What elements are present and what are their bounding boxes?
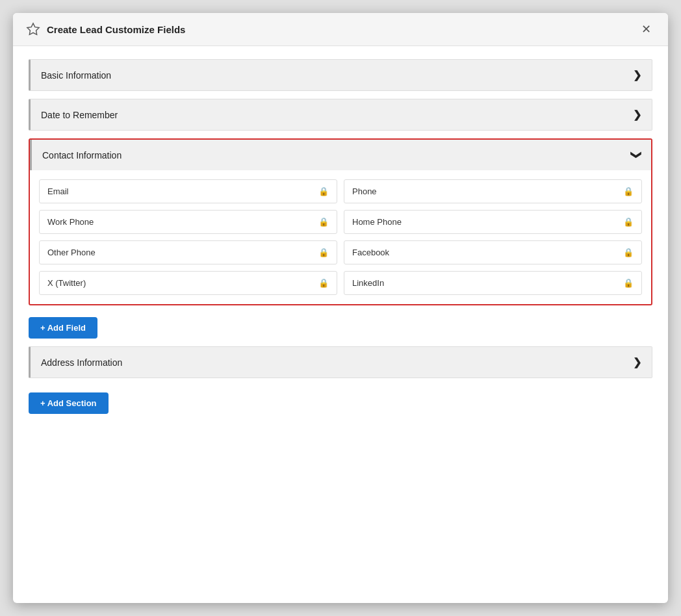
chevron-down-icon: ❯ — [630, 151, 643, 159]
field-email: Email 🔒 — [39, 179, 337, 203]
close-button[interactable]: ✕ — [637, 22, 655, 36]
add-section-button[interactable]: + Add Section — [29, 392, 109, 414]
section-contact-information-container: Contact Information ❯ Email 🔒 Phone 🔒 Wo… — [29, 138, 652, 305]
lock-icon-other-phone: 🔒 — [318, 248, 329, 257]
field-phone-label: Phone — [352, 186, 377, 196]
add-field-button[interactable]: + Add Field — [29, 317, 97, 339]
field-linkedin: LinkedIn 🔒 — [344, 271, 642, 295]
star-icon — [26, 22, 40, 36]
field-work-phone-label: Work Phone — [47, 217, 94, 227]
modal-title: Create Lead Customize Fields — [47, 24, 185, 35]
field-phone: Phone 🔒 — [344, 179, 642, 203]
lock-icon-work-phone: 🔒 — [318, 217, 329, 227]
lock-icon-linkedin: 🔒 — [623, 278, 634, 288]
section-date-to-remember[interactable]: Date to Remember ❯ — [29, 99, 652, 131]
modal-header: Create Lead Customize Fields ✕ — [13, 13, 668, 46]
field-work-phone: Work Phone 🔒 — [39, 210, 337, 234]
lock-icon-x-twitter: 🔒 — [318, 278, 329, 288]
section-contact-information[interactable]: Contact Information ❯ — [30, 140, 651, 170]
svg-marker-0 — [27, 23, 39, 34]
modal-container: Create Lead Customize Fields ✕ Basic Inf… — [13, 13, 668, 603]
section-date-to-remember-label: Date to Remember — [41, 110, 118, 120]
section-address-information[interactable]: Address Information ❯ — [29, 346, 652, 378]
field-other-phone: Other Phone 🔒 — [39, 240, 337, 264]
lock-icon-home-phone: 🔒 — [623, 217, 634, 227]
chevron-right-icon: ❯ — [633, 69, 641, 81]
section-address-information-label: Address Information — [41, 357, 122, 368]
field-other-phone-label: Other Phone — [47, 248, 96, 257]
contact-fields-grid: Email 🔒 Phone 🔒 Work Phone 🔒 Home Phone … — [30, 170, 651, 304]
chevron-right-icon-2: ❯ — [633, 109, 641, 121]
field-linkedin-label: LinkedIn — [352, 278, 384, 288]
section-contact-information-label: Contact Information — [42, 150, 122, 160]
lock-icon-email: 🔒 — [318, 186, 329, 196]
lock-icon-facebook: 🔒 — [623, 248, 634, 257]
field-facebook-label: Facebook — [352, 248, 389, 257]
chevron-right-icon-3: ❯ — [633, 356, 641, 368]
field-home-phone-label: Home Phone — [352, 217, 402, 227]
field-email-label: Email — [47, 186, 69, 196]
modal-body: Basic Information ❯ Date to Remember ❯ C… — [13, 46, 668, 603]
lock-icon-phone: 🔒 — [623, 186, 634, 196]
field-facebook: Facebook 🔒 — [344, 240, 642, 264]
field-x-twitter-label: X (Twitter) — [47, 278, 86, 288]
section-basic-information-label: Basic Information — [41, 70, 111, 81]
section-basic-information[interactable]: Basic Information ❯ — [29, 59, 652, 91]
field-home-phone: Home Phone 🔒 — [344, 210, 642, 234]
field-x-twitter: X (Twitter) 🔒 — [39, 271, 337, 295]
modal-header-left: Create Lead Customize Fields — [26, 22, 185, 36]
